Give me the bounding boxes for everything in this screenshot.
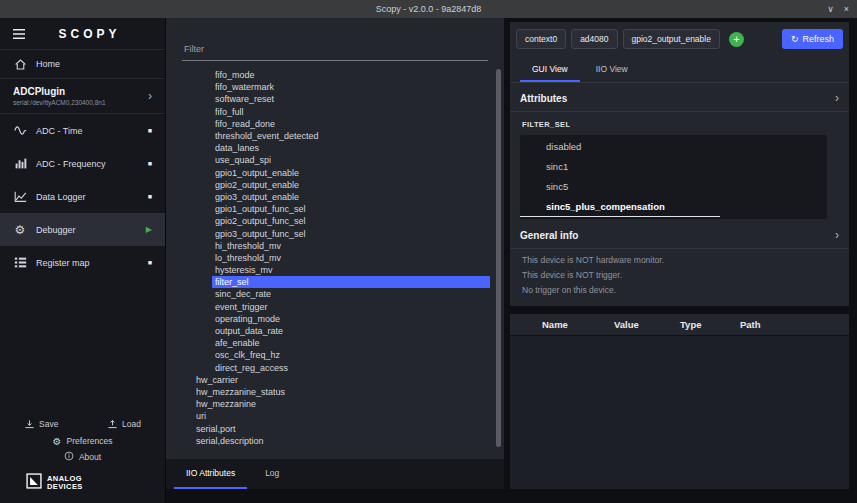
table-header-path: Path	[740, 319, 849, 330]
general-info-section-header[interactable]: General info ›	[510, 227, 849, 248]
tree-item[interactable]: operating_mode	[166, 313, 504, 325]
tree-item[interactable]: gpio3_output_enable	[166, 191, 504, 203]
tree-item-label: use_quad_spi	[212, 154, 274, 166]
chevron-right-icon[interactable]: ›	[835, 229, 839, 241]
device-chip-ad4080[interactable]: ad4080	[571, 29, 617, 49]
sidebar-item-adc-frequency[interactable]: ADC - Frequency■	[0, 147, 165, 180]
tree-item[interactable]: gpio3_output_func_sel	[166, 227, 504, 239]
tree-item-label: software_reset	[212, 93, 277, 105]
stop-icon[interactable]: ■	[148, 127, 152, 134]
sidebar-item-home[interactable]: Home	[0, 50, 165, 78]
tree-item-label: hw_mezzanine	[193, 398, 259, 410]
tree-item[interactable]: fifo_read_done	[166, 118, 504, 130]
tree-item[interactable]: data_lanes	[166, 142, 504, 154]
minimize-icon[interactable]: ∨	[827, 4, 834, 14]
stop-icon[interactable]: ■	[148, 193, 152, 200]
sidebar-item-adcplugin[interactable]: ADCPlugin serial:/dev/ttyACM0,230400,8n1…	[0, 79, 165, 113]
tree-item[interactable]: hi_threshold_mv	[166, 240, 504, 252]
menu-icon[interactable]	[12, 28, 26, 40]
tab-log[interactable]: Log	[253, 459, 291, 489]
tree-item[interactable]: lo_threshold_mv	[166, 252, 504, 264]
general-info-title: General info	[520, 230, 835, 241]
about-label: About	[79, 452, 101, 462]
tab-iio-view[interactable]: IIO View	[584, 56, 640, 82]
filter-input[interactable]	[182, 42, 488, 61]
tree-item-label: serial,description	[193, 435, 267, 447]
load-icon	[107, 419, 118, 430]
tree-item-label: osc_clk_freq_hz	[212, 349, 283, 361]
tree-item[interactable]: serial,description	[166, 435, 504, 447]
tree-item[interactable]: serial,port	[166, 422, 504, 434]
tree-item-label: gpio2_output_func_sel	[212, 215, 309, 227]
table-header-type: Type	[680, 319, 740, 330]
close-icon[interactable]: ×	[844, 4, 849, 14]
tree-item[interactable]: hw_mezzanine	[166, 398, 504, 410]
tree-item[interactable]: gpio2_output_func_sel	[166, 215, 504, 227]
attributes-section-header[interactable]: Attributes ›	[510, 83, 849, 111]
about-button[interactable]: About	[0, 449, 165, 465]
gear-icon: ⚙	[13, 223, 27, 237]
tree-item-label: fifo_watermark	[212, 81, 277, 93]
tree-item-label: gpio3_output_func_sel	[212, 228, 309, 240]
stop-icon[interactable]: ■	[148, 160, 152, 167]
plugin-name: ADCPlugin	[13, 86, 148, 97]
tree-item[interactable]: use_quad_spi	[166, 154, 504, 166]
tree-item[interactable]: gpio2_output_enable	[166, 179, 504, 191]
filter-sel-option-sinc1[interactable]: sinc1	[520, 157, 827, 177]
tree-item[interactable]: hw_carrier	[166, 374, 504, 386]
tree-item-label: gpio1_output_enable	[212, 167, 302, 179]
tree-item[interactable]: afe_enable	[166, 337, 504, 349]
tree-item[interactable]: uri	[166, 410, 504, 422]
filter-sel-option-sinc5-plus-compensation[interactable]: sinc5_plus_compensation	[520, 197, 827, 217]
table-header-value: Value	[614, 319, 680, 330]
tree-item[interactable]: hysteresis_mv	[166, 264, 504, 276]
refresh-button[interactable]: ↻ Refresh	[782, 29, 843, 49]
general-info-line: No trigger on this device.	[510, 283, 849, 298]
tree-item[interactable]: gpio1_output_func_sel	[166, 203, 504, 215]
tree-item-label: operating_mode	[212, 313, 283, 325]
sidebar-item-adc-time[interactable]: ADC - Time■	[0, 114, 165, 147]
title-bar: Scopy - v2.0.0 - 9a2847d8 ∨ ×	[0, 0, 857, 18]
play-icon[interactable]: ▶	[146, 225, 152, 234]
preferences-button[interactable]: ⚙ Preferences	[0, 433, 165, 449]
chevron-right-icon[interactable]: ›	[835, 92, 839, 104]
tree-item[interactable]: filter_sel	[166, 276, 504, 288]
tree-item[interactable]: gpio1_output_enable	[166, 167, 504, 179]
tab-iio-attributes[interactable]: IIO Attributes	[174, 459, 247, 489]
tree-item[interactable]: threshold_event_detected	[166, 130, 504, 142]
scrollbar[interactable]	[496, 69, 501, 447]
tree-item[interactable]: fifo_full	[166, 106, 504, 118]
tree-item-label: fifo_full	[212, 106, 247, 118]
tree-item[interactable]: fifo_watermark	[166, 81, 504, 93]
bottom-tab-bar: IIO AttributesLog	[166, 459, 504, 489]
filter-sel-option-disabled[interactable]: disabled	[520, 137, 827, 157]
tree-item[interactable]: fifo_mode	[166, 69, 504, 81]
add-device-button[interactable]: +	[729, 32, 744, 47]
load-button[interactable]: Load	[107, 419, 141, 430]
device-chip-context0[interactable]: context0	[516, 29, 566, 49]
sidebar-item-data-logger[interactable]: Data Logger■	[0, 180, 165, 213]
window-title: Scopy - v2.0.0 - 9a2847d8	[376, 4, 482, 14]
tree-item-label: serial,port	[193, 423, 239, 435]
tool-label: Debugger	[36, 225, 137, 235]
chevron-right-icon[interactable]: ›	[148, 90, 152, 102]
info-icon	[64, 451, 74, 463]
stop-icon[interactable]: ■	[148, 259, 152, 266]
tree-item[interactable]: sinc_dec_rate	[166, 288, 504, 300]
tree-item[interactable]: direct_reg_access	[166, 362, 504, 374]
tree-item-label: hi_threshold_mv	[212, 240, 284, 252]
tree-item[interactable]: software_reset	[166, 93, 504, 105]
sidebar-item-debugger[interactable]: ⚙Debugger▶	[0, 213, 165, 246]
tool-label: ADC - Frequency	[36, 159, 139, 169]
tree-item[interactable]: hw_mezzanine_status	[166, 386, 504, 398]
detail-panel: context0ad4080gpio2_output_enable + ↻ Re…	[504, 18, 857, 503]
sidebar-item-register-map[interactable]: Register map■	[0, 246, 165, 279]
plugin-uri: serial:/dev/ttyACM0,230400,8n1	[13, 99, 148, 106]
tree-item[interactable]: osc_clk_freq_hz	[166, 349, 504, 361]
save-button[interactable]: Save	[24, 419, 58, 430]
tree-item[interactable]: event_trigger	[166, 301, 504, 313]
tree-item[interactable]: output_data_rate	[166, 325, 504, 337]
device-chip-gpio2-output-enable[interactable]: gpio2_output_enable	[623, 29, 720, 49]
filter-sel-option-sinc5[interactable]: sinc5	[520, 177, 827, 197]
tab-gui-view[interactable]: GUI View	[520, 56, 580, 82]
